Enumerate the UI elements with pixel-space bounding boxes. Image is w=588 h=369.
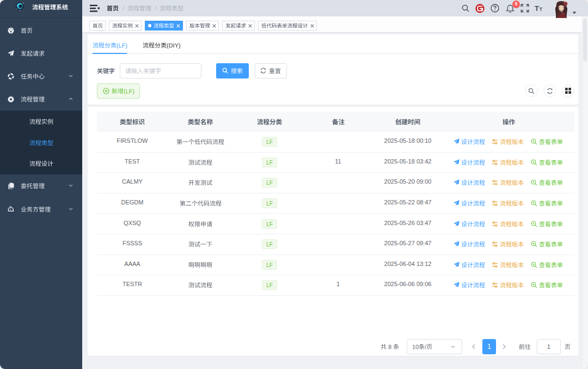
svg-text:T: T: [535, 5, 539, 12]
svg-text:T: T: [540, 6, 543, 12]
